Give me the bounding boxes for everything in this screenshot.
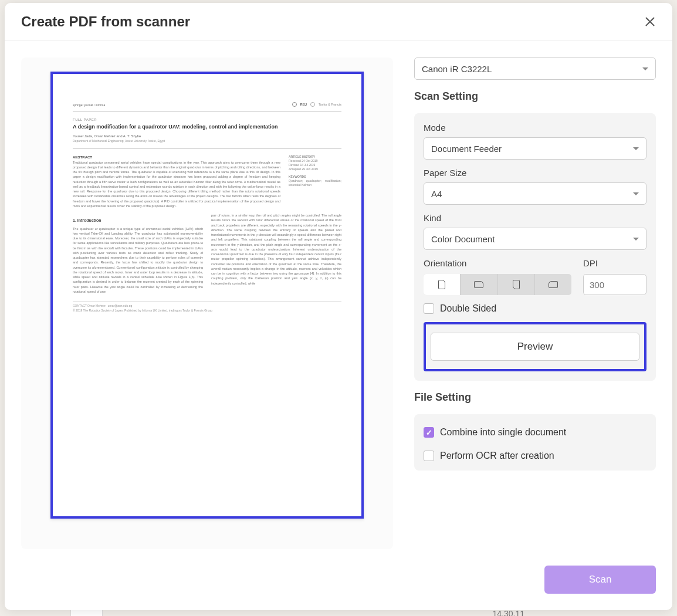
dpi-label: DPI [583, 258, 646, 268]
scan-setting-group: Mode Document Feeder Paper Size A4 Kind … [414, 113, 656, 381]
kind-value: Color Document [431, 234, 495, 244]
orientation-portrait-button[interactable] [424, 274, 461, 295]
close-icon[interactable] [644, 16, 656, 28]
doc-title: A design modification for a quadrotor UA… [73, 124, 341, 131]
settings-panel: Canon iR C3222L Scan Setting Mode Docume… [414, 57, 656, 549]
scan-setting-label: Scan Setting [414, 90, 656, 103]
dialog-header: Create PDF from scanner [5, 3, 672, 41]
scanner-dialog: Create PDF from scanner springer journal… [5, 3, 672, 610]
landscape-icon [474, 281, 483, 288]
portrait-flip-icon [513, 280, 520, 289]
mode-value: Document Feeder [431, 144, 502, 154]
orientation-landscape-flip-button[interactable] [535, 274, 571, 295]
ocr-checkbox[interactable] [424, 451, 434, 461]
kind-select[interactable]: Color Document [424, 228, 646, 250]
scanner-select-value: Canon iR C3222L [422, 64, 492, 74]
kind-label: Kind [424, 213, 646, 223]
chevron-down-icon [633, 238, 639, 241]
chevron-down-icon [642, 67, 648, 70]
orientation-buttons [424, 274, 571, 295]
rsj-logo-text: RSJ [300, 103, 307, 106]
chevron-down-icon [633, 192, 639, 195]
chevron-down-icon [633, 147, 639, 150]
dialog-content: springer journal / informa RSJ Taylor & … [5, 41, 672, 566]
mode-label: Mode [424, 123, 646, 133]
file-setting-label: File Setting [414, 391, 656, 404]
doc-affiliation: Department of Mechanical Engineering, As… [73, 139, 341, 143]
double-sided-label: Double Sided [440, 303, 496, 314]
dialog-footer: Scan [5, 566, 672, 610]
double-sided-checkbox[interactable] [424, 303, 434, 314]
dialog-title: Create PDF from scanner [21, 13, 190, 30]
orientation-label: Orientation [424, 258, 571, 268]
preview-page[interactable]: springer journal / informa RSJ Taylor & … [50, 72, 364, 519]
ocr-row: Perform OCR after creation [424, 451, 646, 461]
doc-tag: FULL PAPER [73, 118, 341, 121]
paper-size-select[interactable]: A4 [424, 182, 646, 205]
combine-checkbox[interactable] [424, 427, 434, 438]
scan-button[interactable]: Scan [544, 566, 656, 594]
ocr-label: Perform OCR after creation [440, 451, 554, 461]
file-setting-group: Combine into single document Perform OCR… [414, 414, 656, 471]
article-meta-label: ARTICLE HISTORY [289, 155, 341, 159]
combine-row: Combine into single document [424, 427, 646, 438]
landscape-flip-icon [549, 281, 558, 288]
section-intro: 1. Introduction [73, 218, 203, 224]
paper-size-value: A4 [431, 189, 442, 199]
portrait-icon [438, 280, 445, 289]
doc-authors: Yousef Jada, Omar Mehrez and A. T. Shybe [73, 134, 341, 138]
scanner-select[interactable]: Canon iR C3222L [414, 57, 656, 80]
orientation-portrait-flip-button[interactable] [498, 274, 535, 295]
mode-select[interactable]: Document Feeder [424, 137, 646, 160]
combine-label: Combine into single document [440, 427, 566, 438]
paper-size-label: Paper Size [424, 168, 646, 178]
preview-button-highlight: Preview [424, 322, 646, 371]
dpi-input[interactable] [583, 274, 646, 295]
orientation-landscape-button[interactable] [461, 274, 497, 295]
preview-panel: springer journal / informa RSJ Taylor & … [21, 57, 393, 549]
preview-button[interactable]: Preview [431, 333, 639, 361]
double-sided-row: Double Sided [424, 303, 646, 314]
abstract-label: ABSTRACT [73, 155, 280, 160]
